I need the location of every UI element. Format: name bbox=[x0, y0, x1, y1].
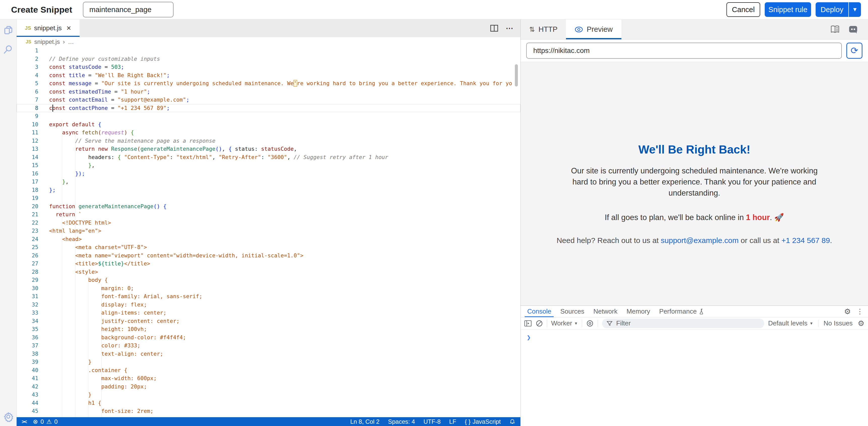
line-number[interactable]: 45 bbox=[17, 407, 38, 416]
code-line[interactable]: 6const estimatedTime = "1 hour"; bbox=[17, 88, 520, 96]
code-line[interactable]: 20function generateMaintenancePage() { bbox=[17, 202, 520, 211]
line-number[interactable]: 23 bbox=[17, 227, 38, 235]
line-number[interactable]: 26 bbox=[17, 252, 38, 260]
search-icon[interactable] bbox=[3, 44, 13, 55]
remote-indicator-icon[interactable]: >< bbox=[22, 419, 26, 425]
snippet-rule-button[interactable]: Snippet rule bbox=[765, 2, 811, 17]
code-line[interactable]: 18}; bbox=[17, 186, 520, 194]
code-line[interactable]: 27 <title>${title}</title> bbox=[17, 260, 520, 268]
code-line[interactable]: 41 max-width: 600px; bbox=[17, 374, 520, 382]
code-line[interactable]: 10export default { bbox=[17, 120, 520, 129]
line-number[interactable]: 28 bbox=[17, 268, 38, 276]
code-line[interactable]: 36 background-color: #f4f4f4; bbox=[17, 334, 520, 342]
live-expression-eye-icon[interactable] bbox=[586, 320, 594, 327]
code-line[interactable]: 24 <head> bbox=[17, 235, 520, 244]
code-line[interactable]: 5const message = "Our site is currently … bbox=[17, 79, 520, 88]
line-number[interactable]: 42 bbox=[17, 382, 38, 391]
line-number[interactable]: 40 bbox=[17, 366, 38, 375]
more-actions-icon[interactable]: ⋯ bbox=[506, 24, 513, 32]
code-line[interactable]: 26 <meta name="viewport" content="width=… bbox=[17, 252, 520, 260]
tab-close-icon[interactable]: ✕ bbox=[66, 25, 71, 32]
tab-snippet-js[interactable]: JS snippet.js ✕ bbox=[17, 20, 80, 37]
line-number[interactable]: 3 bbox=[17, 63, 38, 71]
line-number[interactable]: 37 bbox=[17, 342, 38, 350]
deploy-button[interactable]: Deploy bbox=[816, 2, 848, 17]
line-number[interactable]: 10 bbox=[17, 120, 38, 129]
line-number[interactable]: 14 bbox=[17, 153, 38, 162]
code-line[interactable]: 40 .container { bbox=[17, 366, 520, 375]
line-number[interactable]: 34 bbox=[17, 317, 38, 325]
breadcrumb[interactable]: JS snippet.js › … bbox=[17, 37, 520, 47]
eol-setting[interactable]: LF bbox=[449, 418, 456, 425]
url-input[interactable] bbox=[526, 42, 842, 59]
code-line[interactable]: 22 <!DOCTYPE html> bbox=[17, 219, 520, 227]
line-number[interactable]: 41 bbox=[17, 374, 38, 382]
breadcrumb-more[interactable]: … bbox=[68, 38, 74, 46]
devtools-tab-console[interactable]: Console bbox=[523, 306, 556, 317]
code-line[interactable]: 19 bbox=[17, 194, 520, 202]
code-line[interactable]: 13 return new Response(generateMaintenan… bbox=[17, 145, 520, 153]
line-number[interactable]: 6 bbox=[17, 88, 38, 96]
tab-http[interactable]: ⇅ HTTP bbox=[521, 20, 566, 39]
cancel-button[interactable]: Cancel bbox=[726, 2, 760, 17]
line-number[interactable]: 39 bbox=[17, 358, 38, 366]
line-number[interactable]: 43 bbox=[17, 391, 38, 399]
line-number[interactable]: 21 bbox=[17, 210, 38, 219]
code-line[interactable]: 15 }, bbox=[17, 161, 520, 170]
line-number[interactable]: 25 bbox=[17, 243, 38, 252]
code-line[interactable]: 25 <meta charset="UTF-8"> bbox=[17, 243, 520, 252]
code-line[interactable]: 4const title = "We'll Be Right Back!"; bbox=[17, 71, 520, 80]
code-line[interactable]: 45 font-size: 2rem; bbox=[17, 407, 520, 416]
docs-book-icon[interactable] bbox=[830, 25, 840, 34]
line-number[interactable]: 33 bbox=[17, 309, 38, 317]
line-number[interactable]: 20 bbox=[17, 202, 38, 211]
code-line[interactable]: 29 body { bbox=[17, 276, 520, 284]
line-number[interactable]: 8 bbox=[17, 104, 38, 112]
line-number[interactable]: 24 bbox=[17, 235, 38, 244]
line-number[interactable]: 27 bbox=[17, 260, 38, 268]
log-levels-selector[interactable]: Default levels ▼ bbox=[768, 319, 813, 327]
line-number[interactable]: 16 bbox=[17, 170, 38, 178]
code-line[interactable]: 9 bbox=[17, 112, 520, 120]
line-number[interactable]: 4 bbox=[17, 71, 38, 80]
line-number[interactable]: 32 bbox=[17, 301, 38, 309]
language-mode[interactable]: { } JavaScript bbox=[465, 418, 501, 425]
notifications-bell-icon[interactable] bbox=[509, 419, 515, 425]
line-number[interactable]: 18 bbox=[17, 186, 38, 194]
code-line[interactable]: 43 } bbox=[17, 391, 520, 399]
deploy-dropdown-button[interactable]: ▼ bbox=[849, 2, 861, 17]
line-number[interactable]: 19 bbox=[17, 194, 38, 202]
devtools-tab-network[interactable]: Network bbox=[589, 306, 622, 317]
problems-indicator[interactable]: ⊗ 0 ⚠ 0 bbox=[33, 418, 58, 425]
devtools-tab-memory[interactable]: Memory bbox=[622, 306, 655, 317]
code-line[interactable]: 21 return ` bbox=[17, 210, 520, 219]
clear-console-icon[interactable] bbox=[536, 320, 543, 327]
line-number[interactable]: 22 bbox=[17, 219, 38, 227]
code-line[interactable]: 2// Define your customizable inputs bbox=[17, 55, 520, 63]
encoding-setting[interactable]: UTF-8 bbox=[424, 418, 440, 425]
issues-counter[interactable]: No Issues bbox=[824, 319, 852, 327]
context-selector[interactable]: Worker ▼ bbox=[551, 319, 578, 327]
code-line[interactable]: 23<html lang="en"> bbox=[17, 227, 520, 235]
line-number[interactable]: 13 bbox=[17, 145, 38, 153]
snippet-name-input[interactable] bbox=[83, 2, 174, 18]
indentation-setting[interactable]: Spaces: 4 bbox=[388, 418, 415, 425]
files-icon[interactable] bbox=[3, 25, 13, 35]
line-number[interactable]: 12 bbox=[17, 137, 38, 145]
code-line[interactable]: 28 <style> bbox=[17, 268, 520, 276]
code-line[interactable]: 30 margin: 0; bbox=[17, 284, 520, 293]
code-line[interactable]: 17 }, bbox=[17, 178, 520, 186]
code-line[interactable]: 46 color: #0056b3; bbox=[17, 416, 520, 418]
console-settings-gear-icon[interactable]: ⚙ bbox=[858, 319, 865, 328]
code-line[interactable]: 42 padding: 20px; bbox=[17, 382, 520, 391]
code-line[interactable]: 31 font-family: Arial, sans-serif; bbox=[17, 292, 520, 301]
line-number[interactable]: 36 bbox=[17, 334, 38, 342]
cursor-position[interactable]: Ln 8, Col 2 bbox=[350, 418, 379, 425]
code-line[interactable]: 12 // Serve the maintenance page as a re… bbox=[17, 137, 520, 145]
code-line[interactable]: 8const contactPhone = "+1 234 567 89"; bbox=[17, 104, 520, 112]
code-line[interactable]: 16 }); bbox=[17, 170, 520, 178]
console-filter-input[interactable]: Filter bbox=[602, 319, 764, 328]
devtools-tab-sources[interactable]: Sources bbox=[556, 306, 589, 317]
line-number[interactable]: 15 bbox=[17, 161, 38, 170]
code-line[interactable]: 14 headers: { "Content-Type": "text/html… bbox=[17, 153, 520, 162]
